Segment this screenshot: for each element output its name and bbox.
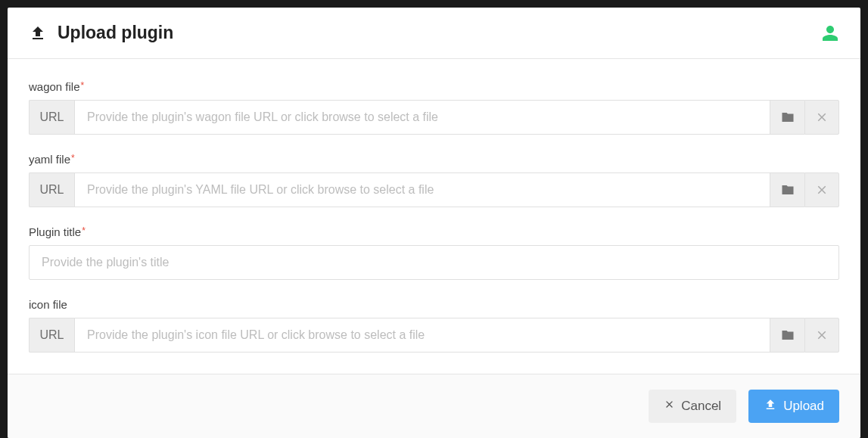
upload-plugin-modal: Upload plugin wagon file* URL: [8, 8, 860, 438]
wagon-file-group: wagon file* URL: [29, 80, 839, 135]
icon-input-row: URL: [29, 318, 839, 353]
close-icon: [664, 399, 675, 414]
upload-label: Upload: [783, 399, 824, 414]
clear-button[interactable]: [804, 318, 839, 353]
user-icon[interactable]: [821, 24, 839, 42]
clear-button[interactable]: [804, 172, 839, 207]
required-indicator: *: [81, 80, 85, 91]
browse-button[interactable]: [770, 100, 804, 135]
icon-file-group: icon file URL: [29, 298, 839, 353]
wagon-input-row: URL: [29, 100, 839, 135]
plugin-title-group: Plugin title*: [29, 225, 839, 280]
required-indicator: *: [82, 225, 86, 236]
wagon-file-label: wagon file: [29, 80, 80, 93]
header-left: Upload plugin: [29, 23, 173, 43]
icon-file-input[interactable]: [74, 318, 770, 353]
cancel-label: Cancel: [681, 399, 721, 414]
icon-file-label: icon file: [29, 298, 67, 311]
modal-title: Upload plugin: [58, 23, 173, 43]
required-indicator: *: [71, 153, 75, 163]
modal-footer: Cancel Upload: [8, 374, 860, 438]
plugin-title-label: Plugin title: [29, 225, 81, 238]
clear-button[interactable]: [804, 100, 839, 135]
url-prefix: URL: [29, 100, 74, 135]
browse-button[interactable]: [770, 172, 804, 207]
upload-button[interactable]: Upload: [748, 390, 839, 423]
url-prefix: URL: [29, 172, 74, 207]
yaml-input-row: URL: [29, 172, 839, 207]
yaml-file-group: yaml file* URL: [29, 153, 839, 207]
upload-icon: [29, 24, 47, 42]
wagon-file-input[interactable]: [74, 100, 770, 135]
modal-header: Upload plugin: [8, 8, 860, 59]
plugin-title-input[interactable]: [29, 245, 839, 280]
upload-icon: [764, 398, 777, 415]
url-prefix: URL: [29, 318, 74, 353]
modal-body: wagon file* URL yaml file* URL: [8, 59, 860, 374]
cancel-button[interactable]: Cancel: [649, 390, 736, 423]
browse-button[interactable]: [770, 318, 804, 353]
yaml-file-input[interactable]: [74, 172, 770, 207]
yaml-file-label: yaml file: [29, 153, 70, 166]
title-input-row: [29, 245, 839, 280]
